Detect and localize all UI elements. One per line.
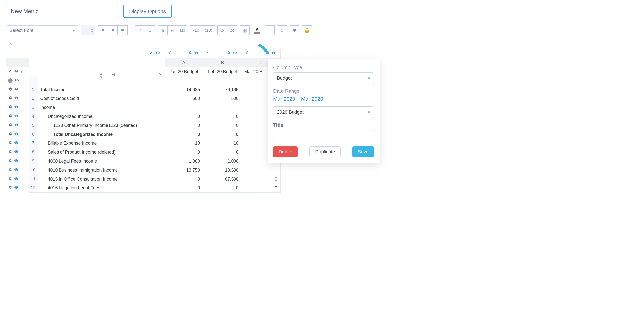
row-number[interactable]: 12	[29, 184, 38, 192]
eye-icon[interactable]	[14, 105, 19, 110]
row-label[interactable]: 1223 Other Primary Income1223 (deleted)	[38, 121, 164, 130]
italic-button[interactable]: I	[135, 25, 145, 35]
column-type-select[interactable]: Budget ▾	[273, 72, 374, 84]
gear-icon[interactable]	[8, 96, 12, 101]
cell[interactable]	[203, 76, 242, 85]
number-format-button[interactable]: 123	[178, 25, 188, 35]
cell[interactable]: 0	[164, 175, 203, 184]
font-select[interactable]: Select Font ▾	[6, 25, 78, 35]
eye-icon[interactable]	[156, 51, 160, 56]
cell[interactable]: 0	[203, 112, 242, 121]
gear-icon[interactable]	[227, 51, 231, 56]
row-number[interactable]: 9	[29, 157, 38, 166]
gear-icon[interactable]	[8, 159, 12, 164]
cell[interactable]: 0	[203, 148, 242, 157]
cell[interactable]: 10,500	[203, 166, 242, 175]
row-label[interactable]: Total Uncategorized Income	[38, 130, 164, 139]
cell[interactable]: 67,500	[203, 175, 242, 184]
row-number[interactable]	[29, 76, 38, 85]
chevron-down-icon[interactable]: ⌄	[21, 105, 24, 109]
cell[interactable]: 0	[242, 175, 280, 184]
underline-button[interactable]: U	[145, 25, 155, 35]
eye-icon[interactable]	[14, 114, 19, 119]
cell[interactable]: 13,750	[164, 166, 203, 175]
eye-icon[interactable]	[14, 87, 19, 92]
metric-name-input[interactable]	[6, 5, 118, 18]
eye-icon[interactable]	[14, 140, 19, 146]
row-number[interactable]: 2	[29, 94, 38, 103]
cell[interactable]: 0	[203, 130, 242, 139]
cell[interactable]: 1,000	[164, 157, 203, 166]
cell[interactable]: 0	[164, 121, 203, 130]
save-button[interactable]: Save	[352, 146, 374, 157]
row-number[interactable]: 6	[29, 130, 38, 139]
row-number[interactable]: 4	[29, 112, 38, 121]
cell[interactable]: 0	[242, 184, 280, 192]
eye-icon[interactable]	[233, 51, 237, 56]
align-left-button[interactable]: ≡	[98, 25, 108, 35]
negative-paren-button[interactable]: (10)	[202, 25, 215, 35]
gear-icon[interactable]	[8, 186, 12, 190]
cell[interactable]	[242, 166, 280, 175]
row-label[interactable]: 4010 Business Immigration Income	[38, 166, 164, 175]
row-label[interactable]: Sales of Product Income (deleted)	[38, 148, 164, 157]
delete-button[interactable]: Delete	[273, 146, 298, 157]
col-letter[interactable]: A	[164, 58, 203, 67]
gear-icon[interactable]	[8, 87, 12, 92]
cell[interactable]: 0	[164, 130, 203, 139]
borders-button[interactable]: ▦	[240, 25, 250, 35]
gear-icon[interactable]	[8, 141, 12, 146]
cell[interactable]: 0	[203, 121, 242, 130]
row-number[interactable]: 8	[29, 148, 38, 157]
decrease-decimal-button[interactable]: .0	[217, 25, 227, 35]
gear-icon[interactable]	[8, 105, 12, 110]
cell[interactable]: 10	[203, 139, 242, 148]
negative-dash-button[interactable]: -10	[190, 25, 202, 35]
eye-icon[interactable]	[271, 51, 276, 56]
pencil-icon[interactable]	[149, 51, 153, 56]
telescope-icon[interactable]	[167, 51, 171, 56]
col-letter[interactable]: B	[203, 58, 242, 67]
budget-select[interactable]: 2020 Budget ▾	[273, 106, 374, 118]
text-color-button[interactable]: A	[252, 25, 262, 35]
eye-icon[interactable]	[14, 176, 19, 182]
help-icon[interactable]: ?	[8, 78, 13, 83]
sum-button[interactable]: Σ	[277, 25, 287, 35]
row-label[interactable]: 4016 Litigation Legal Fees	[38, 184, 164, 192]
currency-button[interactable]: $	[158, 25, 168, 35]
formula-input[interactable]	[16, 40, 639, 49]
duplicate-button[interactable]: Duplicate	[310, 146, 340, 157]
row-label[interactable]: Cost of Goods Sold	[38, 94, 164, 103]
chevron-down-icon[interactable]: ⌄	[21, 114, 24, 118]
cell[interactable]: 0	[164, 112, 203, 121]
display-options-button[interactable]: Display Options	[123, 5, 172, 18]
cell[interactable]: 500	[164, 94, 203, 103]
eye-icon[interactable]	[14, 69, 19, 75]
lock-button[interactable]: 🔒	[302, 25, 312, 35]
eye-icon[interactable]	[14, 149, 19, 155]
fill-color-button[interactable]	[264, 25, 274, 35]
clear-format-button[interactable]: ᴛ	[290, 25, 300, 35]
gear-icon[interactable]	[8, 123, 12, 128]
cell[interactable]: 14,935	[164, 85, 203, 94]
eye-icon[interactable]	[14, 158, 19, 164]
gear-icon[interactable]	[8, 132, 12, 137]
increase-decimal-button[interactable]: .00	[227, 25, 237, 35]
row-label[interactable]: 4000 Legal Fees Income	[38, 157, 164, 166]
cell[interactable]: 79,185	[203, 85, 242, 94]
align-right-button[interactable]: ≡	[118, 25, 128, 35]
row-number[interactable]: 11	[29, 175, 38, 184]
cell[interactable]: 500	[203, 94, 242, 103]
chevron-right-icon[interactable]: ›	[21, 69, 22, 74]
row-label[interactable]: Billable Expense Income	[38, 139, 164, 148]
eye-icon[interactable]	[14, 123, 19, 128]
row-label[interactable]: Total Income	[38, 85, 164, 94]
cell[interactable]: 0	[164, 184, 203, 192]
row-number[interactable]: 7	[29, 139, 38, 148]
row-number[interactable]: 10	[29, 166, 38, 175]
row-number[interactable]: 3	[29, 103, 38, 112]
cell[interactable]	[203, 103, 242, 112]
gear-icon[interactable]	[188, 51, 192, 56]
gear-icon[interactable]	[8, 168, 12, 173]
gear-icon[interactable]	[8, 177, 12, 182]
